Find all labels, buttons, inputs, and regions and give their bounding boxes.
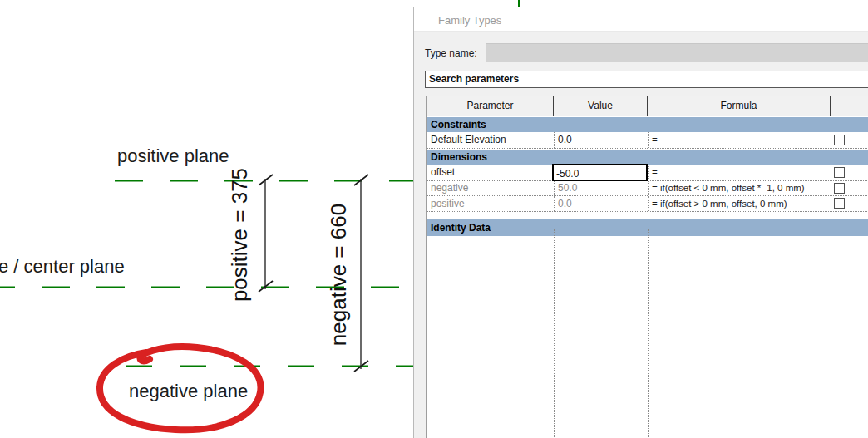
param-value-edit-cell[interactable]: -50.0: [552, 164, 648, 181]
column-header-value: Value: [554, 96, 648, 116]
grid-line: [648, 229, 649, 438]
column-header-lock: [831, 96, 868, 116]
dialog-title: Family Types: [438, 14, 501, 27]
parameters-table: Parameter Value Formula Constraints Defa…: [426, 96, 868, 438]
param-value-cell: 50.0: [554, 181, 648, 195]
lock-checkbox[interactable]: [834, 198, 845, 209]
family-types-dialog: Family Types Type name: Search parameter…: [413, 7, 868, 438]
dim-negative-label: negative = 660: [326, 196, 352, 354]
param-name-cell: Default Elevation: [427, 132, 554, 148]
group-header-dimensions[interactable]: Dimensions: [427, 150, 868, 165]
negative-plane-label: negative plane: [129, 381, 248, 402]
table-header-row: Parameter Value Formula: [427, 96, 868, 116]
param-formula-cell[interactable]: =: [648, 165, 831, 180]
center-plane-label: e / center plane: [0, 256, 125, 278]
param-formula-cell[interactable]: = if(offset > 0 mm, offset, 0 mm): [648, 196, 831, 211]
param-name-cell: negative: [427, 181, 554, 195]
param-value-cell[interactable]: 0.0: [554, 132, 648, 148]
search-placeholder-text: Search parameters: [429, 73, 519, 85]
dialog-titlebar[interactable]: Family Types: [414, 7, 868, 32]
param-formula-cell[interactable]: = if(offset < 0 mm, offset * -1, 0 mm): [648, 181, 831, 195]
param-name-cell: offset: [427, 165, 554, 180]
search-parameters-input[interactable]: Search parameters: [425, 71, 868, 88]
lock-checkbox[interactable]: [834, 135, 845, 145]
dim-positive-label: positive = 375: [227, 156, 253, 314]
column-header-formula: Formula: [648, 96, 831, 116]
param-value-cell: 0.0: [554, 196, 648, 211]
group-header-constraints[interactable]: Constraints: [427, 117, 868, 132]
screenshot-root: positive plane e / center plane negative…: [0, 0, 868, 438]
type-name-label: Type name:: [425, 47, 477, 59]
param-name-cell: positive: [427, 196, 554, 211]
type-name-select[interactable]: [486, 43, 868, 62]
lock-checkbox[interactable]: [834, 183, 845, 194]
table-row-default-elevation: Default Elevation 0.0 =: [427, 132, 868, 149]
lock-checkbox[interactable]: [834, 167, 845, 178]
positive-plane-label: positive plane: [117, 145, 229, 167]
dim-ticks: [259, 175, 368, 372]
grid-line: [554, 229, 555, 438]
table-row-offset: offset -50.0 =: [427, 165, 868, 181]
param-formula-cell[interactable]: =: [648, 132, 831, 148]
table-row-negative: negative 50.0 = if(offset < 0 mm, offset…: [427, 181, 868, 196]
table-row-positive: positive 0.0 = if(offset > 0 mm, offset,…: [427, 196, 868, 212]
grid-line: [831, 229, 831, 438]
column-header-parameter: Parameter: [427, 96, 554, 116]
